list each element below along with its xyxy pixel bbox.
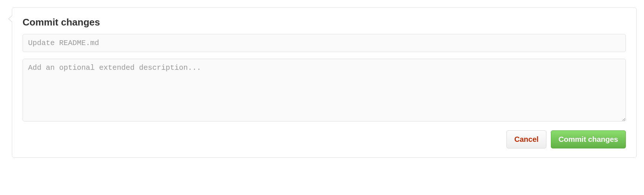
cancel-button[interactable]: Cancel xyxy=(506,130,546,148)
commit-changes-button[interactable]: Commit changes xyxy=(551,130,626,148)
commit-description-textarea[interactable] xyxy=(23,59,626,122)
commit-summary-input[interactable] xyxy=(23,34,626,52)
commit-form: Commit changes Cancel Commit changes xyxy=(12,7,637,158)
commit-form-wrapper: Commit changes Cancel Commit changes xyxy=(12,7,637,158)
form-title: Commit changes xyxy=(23,17,626,28)
form-actions: Cancel Commit changes xyxy=(23,130,626,148)
